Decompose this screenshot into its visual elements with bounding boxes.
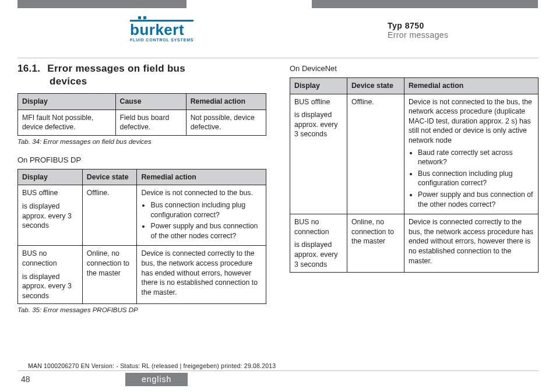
- section-heading: 16.1.Error messages on field bus devices: [17, 63, 266, 87]
- cell-display: BUS offline is displayed approx. every 3…: [290, 94, 347, 214]
- table-caption: Tab. 34: Error messages on field bus dev…: [17, 138, 266, 145]
- page-header: burkert FLUID CONTROL SYSTEMS Typ 8750 E…: [17, 17, 539, 58]
- table-caption: Tab. 35: Error messages PROFIBUS DP: [17, 306, 266, 313]
- type-subtitle: Error messages: [388, 30, 448, 40]
- col-remedial: Remedial action: [186, 94, 266, 110]
- list-item: Power supply and bus connection of the o…: [150, 221, 262, 241]
- profibus-heading: On PROFIBUS DP: [17, 156, 266, 164]
- table-row: BUS no connection is displayed approx. e…: [18, 246, 266, 304]
- section-number: 16.1.: [17, 63, 40, 74]
- cell-display: BUS no connection is displayed approx. e…: [18, 246, 83, 304]
- col-remedial: Remedial action: [404, 78, 538, 94]
- table-row: BUS offline is displayed approx. every 3…: [18, 185, 266, 246]
- cell-action: Device is connected correctly to the bus…: [404, 214, 538, 273]
- brand-name: burkert: [130, 21, 184, 38]
- page-footer: MAN 1000206270 EN Version: - Status: RL …: [17, 370, 539, 384]
- list-item: Bus connection including plug configurat…: [418, 169, 534, 188]
- section-title-line2: devices: [50, 76, 266, 87]
- col-device-state: Device state: [82, 169, 137, 185]
- page-number: 48: [21, 375, 30, 384]
- top-accent-left: [17, 0, 186, 8]
- cell-action: Not possible, device defective.: [186, 110, 266, 135]
- table-row: BUS no connection is displayed approx. e…: [290, 214, 539, 273]
- content-columns: 16.1.Error messages on field bus devices…: [17, 63, 539, 324]
- col-display: Display: [18, 94, 116, 110]
- cell-display: BUS no connection is displayed approx. e…: [290, 214, 347, 273]
- right-column: On DeviceNet Display Device state Remedi…: [290, 63, 539, 324]
- cell-state: Online, no connection to the master: [82, 246, 137, 304]
- table-row: MFI fault Not possible, device defective…: [18, 110, 266, 135]
- language-badge: english: [125, 373, 188, 386]
- cell-state: Online, no connection to the master: [347, 214, 404, 273]
- cell-cause: Field bus board defective.: [115, 110, 186, 135]
- cell-action: Device is connected correctly to the bus…: [137, 246, 266, 304]
- left-column: 16.1.Error messages on field bus devices…: [17, 63, 266, 324]
- print-metadata: MAN 1000206270 EN Version: - Status: RL …: [28, 362, 276, 369]
- cell-state: Offline.: [347, 94, 404, 214]
- list-item: Bus connection including plug configurat…: [150, 200, 262, 220]
- col-remedial: Remedial action: [137, 169, 266, 185]
- brand-logo: burkert FLUID CONTROL SYSTEMS: [130, 21, 193, 42]
- list-item: Baud rate correctly set across network?: [418, 148, 534, 167]
- col-device-state: Device state: [347, 78, 404, 94]
- top-accent-right: [312, 0, 538, 8]
- table-row: BUS offline is displayed approx. every 3…: [290, 94, 539, 214]
- devicenet-heading: On DeviceNet: [290, 64, 539, 73]
- table-profibus: Display Device state Remedial action BUS…: [17, 169, 266, 305]
- col-cause: Cause: [115, 94, 186, 110]
- cell-state: Offline.: [82, 185, 137, 246]
- list-item: Power supply and bus connection of the o…: [418, 190, 534, 209]
- cell-display: BUS offline is displayed approx. every 3…: [18, 185, 83, 246]
- cell-action: Device is not connected to the bus. Bus …: [137, 185, 266, 246]
- table-fieldbus-errors: Display Cause Remedial action MFI fault …: [17, 93, 266, 136]
- table-devicenet: Display Device state Remedial action BUS…: [290, 77, 539, 273]
- col-display: Display: [290, 78, 347, 94]
- col-display: Display: [18, 169, 83, 185]
- cell-action: Device is not connected to the bus, the …: [404, 94, 538, 214]
- document-meta: Typ 8750 Error messages: [388, 21, 448, 40]
- type-label: Typ 8750: [388, 21, 448, 30]
- section-title-line1: Error messages on field bus: [47, 63, 185, 74]
- cell-display: MFI fault Not possible, device defective…: [18, 110, 116, 135]
